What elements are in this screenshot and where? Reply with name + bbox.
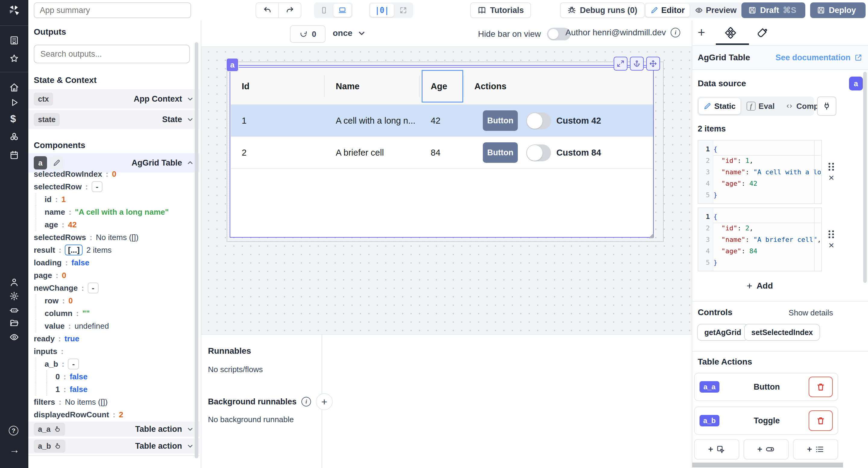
output-a_b[interactable]: a_b:- bbox=[34, 358, 79, 370]
column-separator[interactable] bbox=[464, 76, 464, 97]
horizontal-scrollbar[interactable] bbox=[692, 463, 843, 467]
canvas-grid[interactable]: Id Name Age Actions 1A cell with a long … bbox=[201, 47, 692, 334]
add-button-action-button[interactable]: + bbox=[694, 439, 739, 460]
ctx-row[interactable]: ctx App Context bbox=[28, 89, 199, 109]
output-inputs[interactable]: inputs: bbox=[34, 345, 67, 358]
component-settings-tab[interactable] bbox=[725, 27, 737, 39]
undo-button[interactable] bbox=[256, 3, 279, 18]
add-select-action-button[interactable]: + bbox=[793, 439, 838, 460]
cell-id[interactable]: 1 bbox=[242, 105, 247, 136]
output-selectedRows[interactable]: selectedRows:No items ([]) bbox=[34, 231, 138, 244]
settings-gear-icon[interactable] bbox=[9, 291, 19, 301]
add-toggle-action-button[interactable]: + bbox=[744, 439, 789, 460]
column-header-id[interactable]: Id bbox=[242, 67, 250, 105]
workers-robot-icon[interactable] bbox=[9, 305, 19, 315]
workspace-icon[interactable] bbox=[9, 36, 19, 45]
setselectedindex-button[interactable]: setSelectedIndex bbox=[744, 324, 820, 341]
table-action-card-button[interactable]: Button a_a bbox=[694, 373, 838, 401]
output-column[interactable]: column:"" bbox=[34, 307, 90, 320]
collapse-sidebar-arrow-icon[interactable]: → bbox=[9, 444, 20, 456]
output-id[interactable]: id:1 bbox=[34, 193, 66, 206]
column-header-name[interactable]: Name bbox=[336, 67, 360, 105]
variables-dollar-icon[interactable]: $ bbox=[10, 113, 16, 124]
refresh-mode-select[interactable]: once bbox=[333, 28, 366, 38]
output-ready[interactable]: ready:true bbox=[34, 332, 79, 345]
output-row[interactable]: row:0 bbox=[34, 294, 73, 307]
runs-play-icon[interactable] bbox=[9, 98, 19, 107]
row-action-toggle[interactable] bbox=[526, 113, 551, 129]
save-draft-button[interactable]: Draft ⌘S bbox=[741, 2, 805, 18]
mode-eval[interactable]: f Eval bbox=[742, 98, 780, 114]
info-icon[interactable]: i bbox=[671, 28, 680, 37]
output-newChange[interactable]: newChange:- bbox=[34, 282, 98, 294]
chevron-down-icon[interactable] bbox=[186, 95, 194, 103]
output-1[interactable]: 1:false bbox=[34, 383, 87, 396]
favorites-star-icon[interactable] bbox=[9, 54, 19, 63]
remove-item-button[interactable]: × bbox=[829, 173, 834, 182]
editor-code[interactable]: { "id": 1, "name": "A cell with a long "… bbox=[713, 144, 821, 201]
table-action-row-a_a[interactable]: a_a Table action bbox=[28, 421, 199, 437]
mobile-view-button[interactable] bbox=[315, 4, 333, 17]
add-item-button[interactable]: + Add bbox=[698, 279, 822, 293]
table-action-row-a_b[interactable]: a_b Table action bbox=[28, 438, 199, 454]
output-page[interactable]: page:0 bbox=[34, 269, 66, 282]
drag-handle-icon[interactable] bbox=[829, 230, 838, 237]
output-value[interactable]: value:undefined bbox=[34, 320, 109, 332]
cell-name[interactable]: A cell with a long n... bbox=[336, 105, 415, 136]
chevron-down-icon[interactable] bbox=[186, 425, 194, 433]
styling-brush-tab[interactable] bbox=[756, 27, 768, 39]
tutorials-button[interactable]: Tutorials bbox=[470, 2, 531, 18]
column-header-actions[interactable]: Actions bbox=[474, 67, 506, 105]
move-component-button[interactable] bbox=[646, 57, 660, 70]
add-background-runnable-button[interactable]: + bbox=[316, 393, 333, 410]
expand-component-button[interactable] bbox=[614, 57, 627, 70]
show-details-link[interactable]: Show details bbox=[789, 308, 833, 318]
info-icon[interactable]: i bbox=[301, 397, 311, 407]
windmill-logo-icon[interactable] bbox=[7, 4, 21, 18]
preview-tab[interactable]: Preview bbox=[690, 4, 741, 17]
outputs-scrollbar[interactable] bbox=[195, 42, 198, 458]
redo-button[interactable] bbox=[279, 3, 301, 18]
home-icon[interactable] bbox=[9, 83, 19, 92]
table-action-card-toggle[interactable]: Toggle a_b bbox=[694, 407, 838, 435]
output-0[interactable]: 0:false bbox=[34, 370, 87, 383]
chevron-up-icon[interactable] bbox=[186, 159, 194, 167]
delete-action-button[interactable] bbox=[809, 410, 833, 431]
cell-age[interactable]: 84 bbox=[431, 137, 440, 168]
chevron-down-icon[interactable] bbox=[186, 442, 194, 450]
folders-icon[interactable] bbox=[9, 318, 19, 328]
output-name[interactable]: name:"A cell with a long name" bbox=[34, 206, 169, 218]
output-displayedRowCount[interactable]: displayedRowCount:2 bbox=[34, 408, 123, 421]
resources-cubes-icon[interactable] bbox=[9, 132, 19, 142]
getaggrid-button[interactable]: getAgGrid bbox=[697, 324, 748, 341]
users-person-icon[interactable] bbox=[9, 277, 19, 287]
output-selectedRow[interactable]: selectedRow:- bbox=[34, 180, 102, 193]
cell-age[interactable]: 42 bbox=[431, 105, 440, 136]
chevron-down-icon[interactable] bbox=[186, 116, 194, 123]
app-summary-input[interactable] bbox=[34, 2, 191, 18]
cell-id[interactable]: 2 bbox=[242, 137, 247, 168]
schedules-calendar-icon[interactable] bbox=[9, 150, 19, 160]
output-loading[interactable]: loading:false bbox=[34, 256, 89, 269]
state-row[interactable]: state State bbox=[28, 110, 199, 129]
row-action-toggle[interactable] bbox=[526, 144, 551, 161]
column-separator[interactable] bbox=[324, 76, 324, 97]
anchor-component-button[interactable] bbox=[630, 57, 644, 70]
refresh-counter[interactable]: 0 bbox=[290, 25, 326, 43]
audit-eye-icon[interactable] bbox=[9, 332, 19, 342]
output-selectedRowIndex[interactable]: selectedRowIndex:0 bbox=[34, 168, 116, 180]
output-result[interactable]: result:[...]2 items bbox=[34, 244, 112, 256]
deploy-button[interactable]: Deploy bbox=[810, 2, 866, 18]
table-row-2[interactable]: 2A briefer cell84ButtonCustom 84 bbox=[231, 137, 653, 169]
drag-handle-icon[interactable] bbox=[829, 163, 838, 170]
component-id-badge[interactable]: a bbox=[226, 58, 239, 72]
connect-plug-button[interactable] bbox=[817, 96, 836, 116]
aggrid-table-component[interactable]: Id Name Age Actions 1A cell with a long … bbox=[230, 65, 654, 238]
panel-scrollbar[interactable] bbox=[863, 72, 867, 283]
delete-action-button[interactable] bbox=[809, 377, 833, 397]
desktop-view-button[interactable] bbox=[333, 4, 351, 17]
center-content-button[interactable]: |0| bbox=[370, 4, 394, 17]
fullscreen-button[interactable] bbox=[395, 4, 412, 17]
add-component-tab[interactable]: + bbox=[698, 27, 710, 39]
see-documentation-link[interactable]: See documentation bbox=[775, 53, 863, 62]
